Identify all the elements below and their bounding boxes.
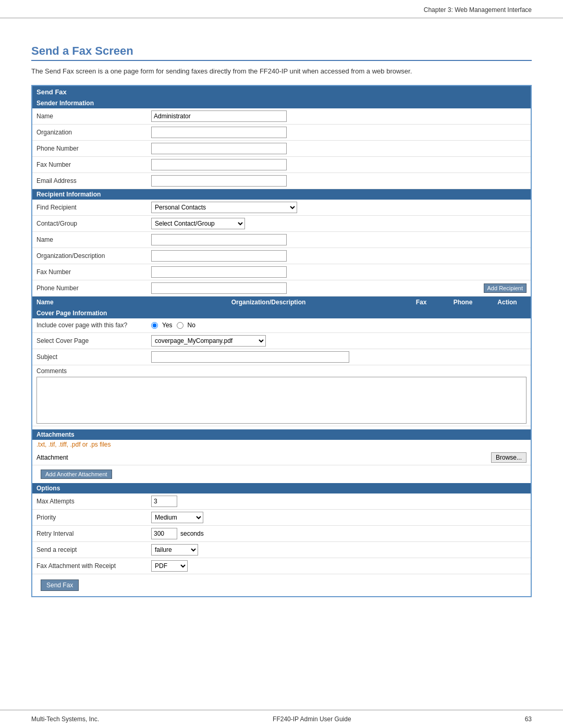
recipient-org-label: Organization/Description [36, 252, 151, 260]
footer-right: 63 [525, 715, 532, 723]
add-recipient-button[interactable]: Add Recipient [484, 283, 527, 293]
priority-row: Priority Medium [32, 510, 531, 526]
priority-value: Medium [151, 512, 203, 523]
find-recipient-select[interactable]: Personal Contacts [151, 202, 297, 213]
max-attempts-row: Max Attempts [32, 493, 531, 510]
sender-name-input[interactable] [151, 110, 287, 122]
fax-attachment-value: PDF [151, 560, 188, 572]
recipient-phone-input[interactable] [151, 282, 287, 294]
retry-interval-label: Retry Interval [36, 530, 151, 537]
recipient-fax-row: Fax Number [32, 264, 531, 280]
table-col-org: Organization/Description [137, 297, 400, 308]
cover-no-label: No [188, 322, 195, 329]
recipient-section-header: Recipient Information [32, 189, 531, 200]
form-title-bar: Send Fax [32, 86, 531, 98]
recipient-fax-input[interactable] [151, 266, 287, 278]
sender-phone-row: Phone Number [32, 141, 531, 157]
sender-org-row: Organization [32, 125, 531, 141]
send-fax-form: Send Fax Sender Information Name Organiz… [31, 85, 532, 597]
attachment-label: Attachment [36, 454, 491, 461]
send-fax-button[interactable]: Send Fax [41, 579, 79, 591]
cover-yes-radio[interactable] [151, 322, 158, 329]
recipient-phone-label: Phone Number [36, 285, 151, 292]
fax-attachment-select[interactable]: PDF [151, 560, 188, 572]
page-title: Send a Fax Screen [31, 44, 532, 61]
select-cover-label: Select Cover Page [36, 337, 151, 344]
attachment-row: Attachment Browse... [32, 450, 531, 465]
priority-label: Priority [36, 514, 151, 521]
find-recipient-label: Find Recipient [36, 204, 151, 211]
options-section-header: Options [32, 483, 531, 493]
recipient-phone-row: Phone Number Add Recipient [32, 280, 531, 297]
sender-email-label: Email Address [36, 177, 151, 184]
sender-name-row: Name [32, 108, 531, 125]
cover-no-radio[interactable] [177, 322, 183, 329]
sender-org-input[interactable] [151, 127, 287, 138]
receipt-row: Send a receipt failure [32, 542, 531, 558]
retry-interval-input[interactable] [151, 528, 177, 539]
sender-email-row: Email Address [32, 173, 531, 189]
contact-group-label: Contact/Group [36, 220, 151, 227]
add-attachment-button[interactable]: Add Another Attachment [41, 470, 112, 479]
cover-include-row: Include cover page with this fax? Yes No [32, 318, 531, 333]
sender-fax-input[interactable] [151, 159, 287, 170]
attachments-section-header: Attachments [32, 429, 531, 440]
find-recipient-row: Find Recipient Personal Contacts [32, 200, 531, 216]
comments-label: Comments [36, 367, 151, 375]
priority-select[interactable]: Medium [151, 512, 203, 523]
max-attempts-label: Max Attempts [36, 498, 151, 505]
table-col-name: Name [32, 297, 137, 308]
chapter-title: Chapter 3: Web Management Interface [424, 6, 532, 14]
recipient-fax-label: Fax Number [36, 268, 151, 276]
sender-fax-label: Fax Number [36, 161, 151, 168]
send-fax-row: Send Fax [32, 574, 531, 596]
subject-input[interactable] [151, 351, 349, 363]
table-col-fax: Fax [400, 297, 442, 308]
page-description: The Send Fax screen is a one page form f… [31, 66, 532, 77]
recipient-name-input[interactable] [151, 234, 287, 245]
retry-interval-value: seconds [151, 528, 204, 539]
max-attempts-input[interactable] [151, 496, 177, 507]
subject-row: Subject [32, 349, 531, 365]
recipient-name-row: Name [32, 232, 531, 248]
select-cover-select[interactable]: coverpage_MyCompany.pdf [151, 335, 266, 347]
cover-include-label: Include cover page with this fax? [36, 322, 151, 329]
recipient-org-row: Organization/Description [32, 248, 531, 264]
receipt-value: failure [151, 544, 198, 556]
browse-button[interactable]: Browse... [491, 452, 527, 463]
receipt-select[interactable]: failure [151, 544, 198, 556]
footer-left: Multi-Tech Systems, Inc. [31, 715, 99, 723]
attachments-desc: .txt, .tif, .tiff, .pdf or .ps files [32, 440, 531, 450]
sender-name-label: Name [36, 113, 151, 120]
fax-attachment-row: Fax Attachment with Receipt PDF [32, 558, 531, 574]
recipient-name-label: Name [36, 236, 151, 243]
sender-section-header: Sender Information [32, 98, 531, 108]
comments-row: Comments [32, 365, 531, 426]
sender-phone-label: Phone Number [36, 145, 151, 152]
sender-email-input[interactable] [151, 175, 287, 187]
sender-phone-input[interactable] [151, 143, 287, 154]
receipt-label: Send a receipt [36, 546, 151, 553]
contact-group-select[interactable]: Select Contact/Group [151, 218, 245, 229]
table-col-phone: Phone [442, 297, 484, 308]
add-attachment-row: Add Another Attachment [32, 465, 531, 483]
fax-attachment-label: Fax Attachment with Receipt [36, 562, 151, 570]
cover-section-header: Cover Page Information [32, 308, 531, 318]
table-col-action: Action [484, 297, 531, 308]
max-attempts-value [151, 496, 177, 507]
retry-interval-row: Retry Interval seconds [32, 526, 531, 542]
footer-center: FF240-IP Admin User Guide [273, 715, 351, 723]
retry-interval-unit: seconds [180, 530, 204, 537]
recipient-org-input[interactable] [151, 250, 287, 262]
cover-radio-group: Yes No [151, 322, 195, 329]
sender-org-label: Organization [36, 129, 151, 136]
contact-group-row: Contact/Group Select Contact/Group [32, 216, 531, 232]
chapter-header: Chapter 3: Web Management Interface [0, 0, 563, 18]
comments-textarea[interactable] [36, 377, 527, 424]
select-cover-row: Select Cover Page coverpage_MyCompany.pd… [32, 333, 531, 349]
phone-row-left: Phone Number [36, 282, 287, 294]
cover-yes-label: Yes [162, 322, 173, 329]
subject-label: Subject [36, 353, 151, 361]
recipient-table-header: Name Organization/Description Fax Phone … [32, 297, 531, 308]
sender-fax-row: Fax Number [32, 157, 531, 173]
